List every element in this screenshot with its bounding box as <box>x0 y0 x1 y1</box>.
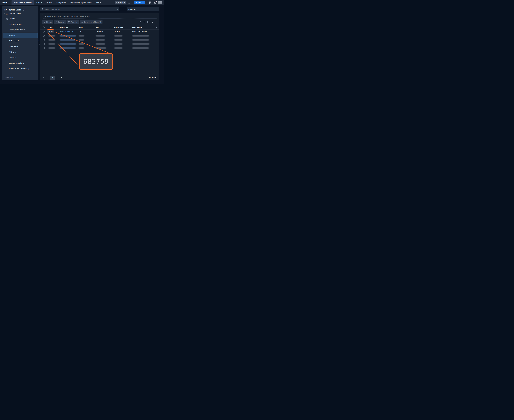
redacted-cell <box>114 47 122 49</box>
tab-preprocessing-playbook-viewer[interactable]: Preprocessing Playbook Viewer <box>68 0 94 5</box>
next-page-icon[interactable]: › <box>58 76 59 79</box>
tab-investigation-dashboard[interactable]: Investigation Dashboard <box>12 0 34 5</box>
redacted-cell <box>114 43 122 45</box>
redacted-cell <box>79 43 84 45</box>
chevron-right-icon <box>4 13 5 14</box>
more-options-icon[interactable]: ⋮ <box>155 21 157 23</box>
group-by-hint: Drag a column header and drop it here to… <box>47 15 90 17</box>
export-selected-button[interactable]: Export Selected Event(s) <box>80 20 103 24</box>
current-page[interactable]: 1 <box>50 75 55 80</box>
button-label: Reassign <box>71 21 77 23</box>
sidebar-section-events[interactable]: Events <box>2 16 38 21</box>
reassign-button[interactable]: Reassign <box>67 20 79 24</box>
col-status[interactable]: Status <box>77 27 94 28</box>
d3-logo[interactable]: D3 <box>2 1 7 4</box>
chart-icon[interactable] <box>147 21 149 23</box>
row-checkbox[interactable] <box>43 35 45 37</box>
refresh-icon[interactable] <box>151 21 153 23</box>
redacted-cell <box>132 39 149 41</box>
sidebar-section-my-dashboards[interactable]: My Dashboards <box>2 11 38 16</box>
topbar-actions: Master New 3 <box>115 1 162 4</box>
select-all-checkbox[interactable] <box>43 27 45 28</box>
tab-configuration[interactable]: Configuration <box>54 0 68 5</box>
tenant-selector[interactable]: Master <box>115 1 126 4</box>
info-icon[interactable] <box>128 1 130 4</box>
last-page-icon[interactable]: » <box>61 76 62 79</box>
first-page-icon[interactable]: « <box>43 76 44 79</box>
row-checkbox[interactable] <box>43 47 45 49</box>
tab-more[interactable]: More <box>94 0 103 5</box>
sidebar-item-ongoing-surveillance[interactable]: Ongoing Surveillance <box>3 60 38 66</box>
redacted-cell <box>114 35 122 37</box>
escalate-button[interactable]: Escalate <box>54 20 66 24</box>
sidebar-collapse-icon[interactable]: ❮ <box>38 40 39 41</box>
button-label: Escalate <box>58 21 64 23</box>
d3-logo-text: D3 <box>4 1 7 4</box>
col-event-source[interactable]: Event Source <box>131 27 159 28</box>
app-root: D3 Investigation Dashboard MITRE ATT&CK … <box>0 0 164 84</box>
filter-icon[interactable] <box>127 27 128 28</box>
table-row-redacted[interactable] <box>40 34 159 38</box>
sidebar-drag-handle[interactable] <box>39 43 40 46</box>
sidebar: Investigation Dashboard My Dashboards Ev… <box>2 6 38 80</box>
dismiss-button[interactable]: Dismiss <box>42 20 53 24</box>
table-row-redacted[interactable] <box>40 46 159 50</box>
sidebar-item-all-events-amer-tenant-1[interactable]: All Events (AMER Tenant-1) <box>3 66 38 71</box>
redacted-cell <box>96 35 105 37</box>
custom-views-label: Custom Views <box>4 77 13 79</box>
new-button[interactable]: New <box>135 1 145 4</box>
redacted-cell <box>49 39 55 41</box>
redacted-cell <box>96 47 106 49</box>
filter-icon[interactable] <box>156 27 157 28</box>
site-select[interactable]: Demo Site <box>127 7 159 11</box>
grid-tools: ⋮ <box>139 20 157 24</box>
sidebar-item-investigated-by-me[interactable]: Investigated by Me <box>3 22 38 27</box>
document-icon[interactable] <box>149 1 151 4</box>
col-eventid[interactable]: EventID <box>47 27 58 28</box>
sidebar-item-all-open[interactable]: All Open <box>3 33 38 38</box>
assign-to-me-link[interactable]: Assign To Me & View <box>60 31 74 32</box>
col-data-source[interactable]: Data Source <box>113 27 131 28</box>
redacted-cell <box>132 35 149 37</box>
row-checkbox[interactable] <box>43 43 45 45</box>
user-avatar[interactable] <box>158 1 162 4</box>
button-label: Dismiss <box>46 21 52 23</box>
tab-label: MITRE ATT&CK Monitor <box>36 2 52 3</box>
sidebar-item-label: All Open <box>9 34 15 36</box>
filter-icon[interactable] <box>109 27 111 28</box>
sidebar-item-all-events[interactable]: All Events <box>3 49 38 55</box>
prev-page-icon[interactable]: ‹ <box>46 76 47 79</box>
tab-mitre-attck-monitor[interactable]: MITRE ATT&CK Monitor <box>34 0 54 5</box>
table-row-redacted[interactable] <box>40 38 159 42</box>
column-resize-icon[interactable] <box>143 21 145 23</box>
tab-label: More <box>96 2 99 3</box>
chevron-down-icon <box>100 2 101 3</box>
row-checkbox[interactable] <box>43 31 45 32</box>
table-row-redacted[interactable] <box>40 42 159 46</box>
data-source-cell: Zendesk <box>113 31 131 32</box>
notification-badge: 3 <box>156 1 157 2</box>
col-investigator[interactable]: Investigator <box>58 27 77 28</box>
sidebar-item-label: All Escalated <box>9 45 18 47</box>
redacted-cell <box>49 43 55 45</box>
table-row[interactable]: 683759 Assign To Me & View New Demo Site… <box>40 30 159 34</box>
reassign-people-icon <box>68 21 70 23</box>
search-input[interactable] <box>45 8 115 10</box>
col-site[interactable]: Site <box>94 27 113 28</box>
site-cell: Demo Site <box>94 31 113 32</box>
clear-filter-icon[interactable] <box>139 21 141 23</box>
sidebar-item-uploaded[interactable]: Uploaded <box>3 55 38 60</box>
redacted-cell <box>60 35 76 37</box>
section-label: Events <box>10 18 15 20</box>
clear-search-icon[interactable]: ✕ <box>116 8 118 10</box>
store-bag-icon[interactable]: 3 <box>154 1 156 4</box>
redacted-cell <box>114 39 122 41</box>
calendar-icon <box>7 18 8 20</box>
dashboards-grid-icon <box>6 13 8 15</box>
sidebar-item-all-escalated[interactable]: All Escalated <box>3 44 38 49</box>
row-checkbox[interactable] <box>43 39 45 41</box>
plus-icon <box>136 2 137 3</box>
group-by-dropzone[interactable]: Drag a column header and drop it here to… <box>42 14 157 18</box>
sidebar-item-investigated-by-others[interactable]: Investigated by Others <box>3 27 38 33</box>
sidebar-item-all-dismissed[interactable]: All Dismissed <box>3 38 38 44</box>
